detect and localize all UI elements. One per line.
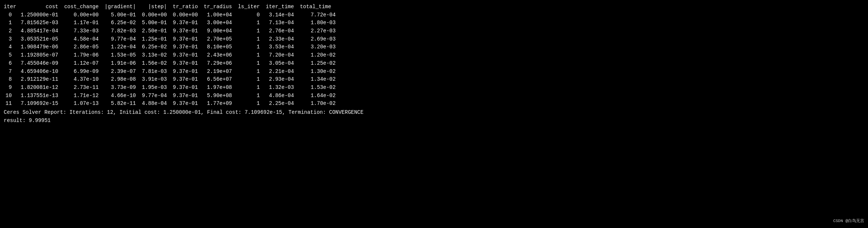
cell-iter_time: 2.93e-04 (266, 76, 300, 84)
cell-iter_time: 7.20e-04 (266, 51, 300, 60)
cell-tr_radius: 8.10e+05 (204, 43, 238, 51)
table-row: 67.455046e-091.12e-071.91e-061.56e-029.3… (4, 60, 336, 68)
cell-tr_ratio: 9.37e-01 (173, 27, 204, 35)
cell-cost_change: 7.33e-03 (64, 27, 104, 35)
cell-iter: 9 (4, 84, 21, 92)
cell-cost_change: 6.99e-09 (64, 68, 104, 76)
cell-step: 6.25e-02 (142, 43, 173, 51)
cell-iter_time: 2.25e-04 (266, 100, 300, 108)
cell-tr_ratio: 9.37e-01 (173, 60, 204, 68)
cell-gradient: 2.98e-08 (105, 76, 142, 84)
cell-tr_ratio: 9.37e-01 (173, 100, 204, 108)
cell-cost: 1.137551e-13 (21, 92, 64, 100)
cell-cost_change: 1.71e-12 (64, 92, 104, 100)
cell-cost_change: 1.79e-06 (64, 51, 104, 60)
col-header-iter: iter (4, 3, 21, 11)
col-header-gradient: |gradient| (105, 3, 142, 11)
cell-gradient: 1.53e-05 (105, 51, 142, 60)
cell-step: 4.88e-04 (142, 100, 173, 108)
cell-step: 1.56e-02 (142, 60, 173, 68)
cell-tr_ratio: 9.37e-01 (173, 19, 204, 27)
cell-gradient: 1.22e-04 (105, 43, 142, 51)
cell-gradient: 3.73e-09 (105, 84, 142, 92)
cell-tr_radius: 7.29e+06 (204, 60, 238, 68)
cell-gradient: 5.82e-11 (105, 100, 142, 108)
table-row: 17.815625e-031.17e-016.25e-025.00e-019.3… (4, 19, 336, 27)
cell-tr_ratio: 9.37e-01 (173, 51, 204, 60)
cell-tr_radius: 5.90e+08 (204, 92, 238, 100)
cell-ls_iter: 1 (238, 43, 266, 51)
cell-tr_radius: 2.70e+05 (204, 35, 238, 44)
cell-tr_ratio: 9.37e-01 (173, 92, 204, 100)
cell-cost: 3.053521e-05 (21, 35, 64, 44)
cell-gradient: 6.25e-02 (105, 19, 142, 27)
cell-step: 5.00e-01 (142, 19, 173, 27)
cell-total_time: 1.64e-02 (300, 92, 336, 100)
table-row: 91.820081e-122.73e-113.73e-091.95e-039.3… (4, 84, 336, 92)
cell-iter: 7 (4, 68, 21, 76)
cell-tr_ratio: 9.37e-01 (173, 76, 204, 84)
summary-line: Ceres Solver Report: Iterations: 12, Ini… (4, 109, 864, 117)
cell-cost: 2.912129e-11 (21, 76, 64, 84)
cell-iter: 4 (4, 43, 21, 51)
cell-iter_time: 2.33e-04 (266, 35, 300, 44)
cell-ls_iter: 1 (238, 100, 266, 108)
col-header-ls_iter: ls_iter (238, 3, 266, 11)
table-row: 41.908479e-062.86e-051.22e-046.25e-029.3… (4, 43, 336, 51)
cell-iter: 2 (4, 27, 21, 35)
cell-iter_time: 1.32e-03 (266, 84, 300, 92)
table-row: 51.192805e-071.79e-061.53e-053.13e-029.3… (4, 51, 336, 60)
cell-total_time: 2.69e-03 (300, 35, 336, 44)
cell-cost: 4.885417e-04 (21, 27, 64, 35)
cell-step: 3.91e-03 (142, 76, 173, 84)
cell-cost: 7.455046e-09 (21, 60, 64, 68)
cell-cost: 1.820081e-12 (21, 84, 64, 92)
cell-tr_ratio: 9.37e-01 (173, 84, 204, 92)
cell-step: 9.77e-04 (142, 92, 173, 100)
cell-step: 3.13e-02 (142, 51, 173, 60)
cell-iter: 6 (4, 60, 21, 68)
cell-cost_change: 1.12e-07 (64, 60, 104, 68)
col-header-tr_radius: tr_radius (204, 3, 238, 11)
cell-gradient: 5.00e-01 (105, 11, 142, 19)
cell-tr_radius: 2.19e+07 (204, 68, 238, 76)
cell-iter_time: 3.53e-04 (266, 43, 300, 51)
table-row: 101.137551e-131.71e-124.66e-109.77e-049.… (4, 92, 336, 100)
cell-step: 7.81e-03 (142, 68, 173, 76)
cell-tr_radius: 1.00e+04 (204, 11, 238, 19)
cell-ls_iter: 1 (238, 60, 266, 68)
cell-iter_time: 2.76e-04 (266, 27, 300, 35)
cell-step: 2.50e-01 (142, 27, 173, 35)
cell-gradient: 2.39e-07 (105, 68, 142, 76)
cell-iter: 10 (4, 92, 21, 100)
cell-gradient: 9.77e-04 (105, 35, 142, 44)
cell-tr_ratio: 9.37e-01 (173, 35, 204, 44)
cell-iter: 1 (4, 19, 21, 27)
cell-total_time: 1.53e-02 (300, 84, 336, 92)
cell-iter: 3 (4, 35, 21, 44)
cell-tr_ratio: 9.37e-01 (173, 68, 204, 76)
table-row: 82.912129e-114.37e-102.98e-083.91e-039.3… (4, 76, 336, 84)
cell-ls_iter: 1 (238, 84, 266, 92)
cell-cost: 1.250000e-01 (21, 11, 64, 19)
col-header-cost_change: cost_change (64, 3, 104, 11)
cell-ls_iter: 1 (238, 92, 266, 100)
cell-cost: 7.815625e-03 (21, 19, 64, 27)
cell-tr_radius: 1.97e+08 (204, 84, 238, 92)
cell-cost_change: 4.37e-10 (64, 76, 104, 84)
cell-tr_radius: 6.56e+07 (204, 76, 238, 84)
cell-ls_iter: 1 (238, 76, 266, 84)
cell-ls_iter: 1 (238, 68, 266, 76)
cell-iter_time: 2.21e-04 (266, 68, 300, 76)
cell-cost_change: 2.73e-11 (64, 84, 104, 92)
cell-total_time: 1.20e-02 (300, 51, 336, 60)
cell-iter_time: 7.13e-04 (266, 19, 300, 27)
cell-iter_time: 4.86e-04 (266, 92, 300, 100)
cell-gradient: 7.82e-03 (105, 27, 142, 35)
cell-cost_change: 4.58e-04 (64, 35, 104, 44)
cell-cost_change: 0.00e+00 (64, 11, 104, 19)
cell-tr_ratio: 9.37e-01 (173, 43, 204, 51)
cell-iter_time: 3.05e-04 (266, 60, 300, 68)
cell-tr_radius: 3.00e+04 (204, 19, 238, 27)
col-header-total_time: total_time (300, 3, 336, 11)
